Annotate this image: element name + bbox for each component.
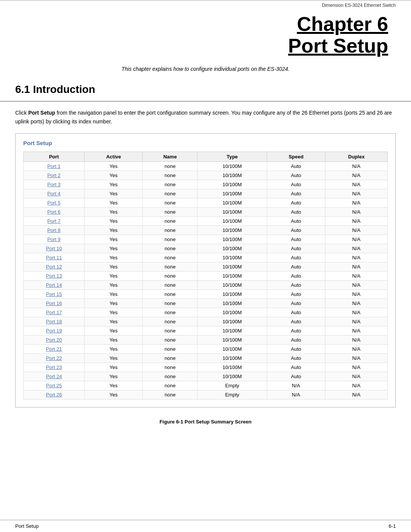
table-cell: none (143, 180, 198, 189)
table-cell: none (143, 335, 198, 345)
table-cell: N/A (325, 217, 387, 226)
table-row: Port 8Yesnone10/100MAutoN/A (24, 226, 388, 235)
table-cell: Yes (84, 226, 143, 235)
table-row: Port 2Yesnone10/100MAutoN/A (24, 171, 388, 180)
table-cell: none (143, 262, 198, 272)
table-cell: Auto (267, 345, 325, 354)
table-cell: N/A (325, 345, 387, 354)
table-row: Port 16Yesnone10/100MAutoN/A (24, 299, 388, 308)
table-cell: none (143, 198, 198, 208)
port-link-cell[interactable]: Port 7 (24, 217, 84, 226)
port-link-cell[interactable]: Port 12 (24, 262, 84, 272)
port-setup-box-title: Port Setup (23, 140, 388, 146)
table-cell: Yes (84, 317, 143, 326)
table-cell: Auto (267, 272, 325, 281)
table-cell: Empty (198, 390, 267, 399)
table-cell: N/A (325, 189, 387, 198)
col-header-name: Name (143, 152, 198, 162)
table-cell: Yes (84, 354, 143, 363)
table-cell: 10/100M (198, 253, 267, 262)
port-link-cell[interactable]: Port 14 (24, 281, 84, 290)
table-cell: N/A (325, 171, 387, 180)
table-cell: Yes (84, 262, 143, 272)
table-cell: N/A (325, 299, 387, 308)
port-link-cell[interactable]: Port 16 (24, 299, 84, 308)
table-row: Port 1Yesnone10/100MAutoN/A (24, 162, 388, 171)
table-cell: N/A (325, 162, 387, 171)
port-link-cell[interactable]: Port 9 (24, 235, 84, 244)
table-cell: Auto (267, 299, 325, 308)
table-cell: Yes (84, 381, 143, 390)
port-link-cell[interactable]: Port 26 (24, 390, 84, 399)
port-link-cell[interactable]: Port 2 (24, 171, 84, 180)
table-cell: Yes (84, 363, 143, 372)
table-cell: N/A (325, 272, 387, 281)
port-link-cell[interactable]: Port 21 (24, 345, 84, 354)
table-cell: Yes (84, 308, 143, 317)
table-cell: none (143, 189, 198, 198)
table-cell: 10/100M (198, 198, 267, 208)
table-cell: 10/100M (198, 354, 267, 363)
table-row: Port 12Yesnone10/100MAutoN/A (24, 262, 388, 272)
port-link-cell[interactable]: Port 6 (24, 208, 84, 217)
table-cell: 10/100M (198, 372, 267, 381)
table-cell: none (143, 217, 198, 226)
port-link-cell[interactable]: Port 23 (24, 363, 84, 372)
table-row: Port 24Yesnone10/100MAutoN/A (24, 372, 388, 381)
port-link-cell[interactable]: Port 20 (24, 335, 84, 345)
port-link-cell[interactable]: Port 18 (24, 317, 84, 326)
port-link-cell[interactable]: Port 22 (24, 354, 84, 363)
port-link-cell[interactable]: Port 10 (24, 244, 84, 253)
table-cell: N/A (325, 354, 387, 363)
col-header-type: Type (198, 152, 267, 162)
table-cell: 10/100M (198, 262, 267, 272)
table-cell: none (143, 381, 198, 390)
table-cell: none (143, 162, 198, 171)
col-header-duplex: Duplex (325, 152, 387, 162)
table-cell: N/A (325, 262, 387, 272)
table-cell: N/A (325, 290, 387, 299)
body-text-part1: Click (15, 110, 28, 116)
table-cell: none (143, 317, 198, 326)
table-cell: 10/100M (198, 335, 267, 345)
table-cell: N/A (267, 390, 325, 399)
subtitle-text: This chapter explains how to configure i… (121, 66, 289, 72)
port-link-cell[interactable]: Port 11 (24, 253, 84, 262)
port-link-cell[interactable]: Port 15 (24, 290, 84, 299)
table-cell: Auto (267, 308, 325, 317)
port-link-cell[interactable]: Port 19 (24, 326, 84, 335)
footer-left: Port Setup (15, 523, 38, 529)
table-cell: none (143, 363, 198, 372)
port-link-cell[interactable]: Port 13 (24, 272, 84, 281)
table-cell: Yes (84, 235, 143, 244)
port-link-cell[interactable]: Port 17 (24, 308, 84, 317)
col-header-speed: Speed (267, 152, 325, 162)
table-cell: N/A (325, 363, 387, 372)
section-title: 6.1 Introduction (15, 83, 95, 95)
table-row: Port 6Yesnone10/100MAutoN/A (24, 208, 388, 217)
table-row: Port 22Yesnone10/100MAutoN/A (24, 354, 388, 363)
table-cell: Yes (84, 335, 143, 345)
port-link-cell[interactable]: Port 3 (24, 180, 84, 189)
port-link-cell[interactable]: Port 1 (24, 162, 84, 171)
table-row: Port 26YesnoneEmptyN/AN/A (24, 390, 388, 399)
table-cell: Yes (84, 253, 143, 262)
table-cell: N/A (325, 235, 387, 244)
table-cell: Yes (84, 198, 143, 208)
table-cell: Yes (84, 345, 143, 354)
port-link-cell[interactable]: Port 5 (24, 198, 84, 208)
port-link-cell[interactable]: Port 24 (24, 372, 84, 381)
table-cell: 10/100M (198, 281, 267, 290)
port-link-cell[interactable]: Port 8 (24, 226, 84, 235)
table-row: Port 20Yesnone10/100MAutoN/A (24, 335, 388, 345)
table-cell: N/A (325, 335, 387, 345)
table-cell: 10/100M (198, 317, 267, 326)
table-cell: none (143, 372, 198, 381)
port-link-cell[interactable]: Port 25 (24, 381, 84, 390)
table-cell: none (143, 345, 198, 354)
table-cell: Auto (267, 189, 325, 198)
table-cell: Auto (267, 198, 325, 208)
port-link-cell[interactable]: Port 4 (24, 189, 84, 198)
port-setup-box: Port Setup Port Active Name Type Speed D… (15, 133, 396, 407)
table-row: Port 7Yesnone10/100MAutoN/A (24, 217, 388, 226)
